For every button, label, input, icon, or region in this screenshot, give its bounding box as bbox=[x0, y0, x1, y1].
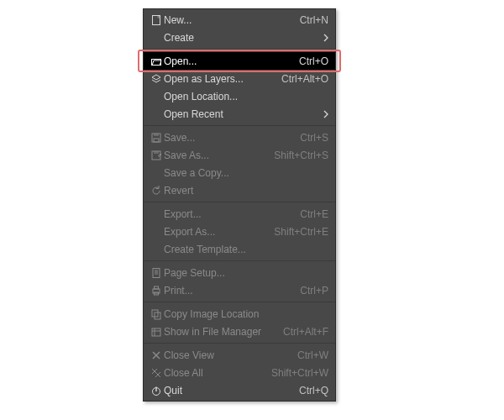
menu-item-revert: Revert bbox=[144, 181, 335, 199]
close-all-icon bbox=[149, 366, 164, 380]
menu-item-close-all: Close AllShift+Ctrl+W bbox=[144, 364, 335, 381]
menu-item-shortcut: Ctrl+N bbox=[300, 14, 328, 26]
blank-icon bbox=[149, 243, 164, 256]
menu-item-export-as: Export As...Shift+Ctrl+E bbox=[144, 223, 335, 240]
open-icon bbox=[149, 55, 164, 68]
close-icon bbox=[149, 349, 164, 362]
save-as-icon bbox=[149, 149, 164, 162]
svg-rect-8 bbox=[154, 151, 159, 154]
menu-item-label: Open... bbox=[164, 55, 292, 67]
menu-item-label: Close All bbox=[164, 367, 265, 379]
svg-rect-14 bbox=[155, 286, 159, 289]
menu-item-show-in-file-mgr: Show in File ManagerCtrl+Alt+F bbox=[144, 323, 335, 340]
menu-item-label: Revert bbox=[164, 185, 328, 197]
menu-item-label: Save As... bbox=[164, 150, 267, 161]
menu-item-open-location[interactable]: Open Location... bbox=[144, 87, 335, 105]
menu-item-label: Export As... bbox=[164, 226, 267, 238]
menu-item-shortcut: Ctrl+Alt+F bbox=[283, 326, 328, 338]
menu-item-close-view: Close ViewCtrl+W bbox=[144, 346, 335, 364]
menu-separator bbox=[144, 202, 335, 202]
menu-item-shortcut: Ctrl+S bbox=[300, 132, 328, 144]
menu-item-shortcut: Shift+Ctrl+E bbox=[274, 226, 328, 238]
chevron-right-icon bbox=[320, 34, 328, 42]
menu-item-shortcut: Ctrl+W bbox=[297, 349, 328, 361]
menu-separator bbox=[144, 302, 335, 302]
menu-item-quit[interactable]: QuitCtrl+Q bbox=[144, 381, 335, 399]
menu-separator bbox=[144, 49, 335, 50]
save-icon bbox=[149, 131, 164, 144]
open-layers-icon bbox=[149, 72, 164, 86]
svg-rect-18 bbox=[152, 328, 160, 336]
menu-item-shortcut: Ctrl+Q bbox=[299, 385, 328, 396]
revert-icon bbox=[149, 184, 164, 197]
print-icon bbox=[149, 284, 164, 297]
menu-item-label: Copy Image Location bbox=[164, 308, 328, 320]
menu-item-shortcut: Ctrl+E bbox=[300, 208, 328, 220]
chevron-right-icon bbox=[320, 110, 328, 118]
blank-icon bbox=[149, 90, 164, 103]
menu-item-label: Show in File Manager bbox=[164, 326, 276, 338]
menu-item-shortcut: Ctrl+Alt+O bbox=[281, 73, 328, 85]
menu-item-create[interactable]: Create bbox=[144, 29, 335, 46]
menu-item-save-copy: Save a Copy... bbox=[144, 164, 335, 181]
menu-item-label: New... bbox=[164, 14, 293, 26]
menu-item-label: Print... bbox=[164, 285, 293, 297]
file-menu: New...Ctrl+NCreateOpen...Ctrl+OOpen as L… bbox=[143, 8, 336, 402]
menu-item-open-recent[interactable]: Open Recent bbox=[144, 105, 335, 123]
menu-separator bbox=[144, 125, 335, 126]
menu-item-copy-image-location: Copy Image Location bbox=[144, 305, 335, 323]
menu-item-open-layers[interactable]: Open as Layers...Ctrl+Alt+O bbox=[144, 70, 335, 87]
menu-separator bbox=[144, 260, 335, 261]
quit-icon bbox=[149, 384, 164, 397]
menu-item-shortcut: Ctrl+O bbox=[299, 55, 328, 67]
svg-marker-3 bbox=[152, 75, 160, 80]
menu-item-label: Open Location... bbox=[164, 91, 328, 102]
page-setup-icon bbox=[149, 266, 164, 280]
copy-icon bbox=[149, 307, 164, 321]
menu-item-label: Export... bbox=[164, 208, 293, 220]
menu-item-page-setup: Page Setup... bbox=[144, 264, 335, 281]
menu-item-save-as: Save As...Shift+Ctrl+S bbox=[144, 146, 335, 164]
menu-item-label: Create Template... bbox=[164, 244, 328, 255]
menu-item-label: Quit bbox=[164, 385, 292, 396]
menu-item-label: Open as Layers... bbox=[164, 73, 275, 85]
menu-separator bbox=[144, 343, 335, 344]
menu-item-export: Export...Ctrl+E bbox=[144, 205, 335, 223]
blank-icon bbox=[149, 225, 164, 239]
blank-icon bbox=[149, 166, 164, 180]
menu-item-label: Close View bbox=[164, 349, 291, 361]
new-icon bbox=[149, 13, 164, 27]
svg-rect-9 bbox=[153, 268, 160, 277]
menu-item-create-template: Create Template... bbox=[144, 240, 335, 258]
file-manager-icon bbox=[149, 325, 164, 339]
menu-item-shortcut: Ctrl+P bbox=[300, 285, 328, 297]
menu-item-open[interactable]: Open...Ctrl+O bbox=[144, 52, 335, 70]
menu-item-label: Open Recent bbox=[164, 108, 313, 120]
svg-rect-5 bbox=[154, 134, 159, 136]
menu-item-save: Save...Ctrl+S bbox=[144, 129, 335, 146]
menu-item-print: Print...Ctrl+P bbox=[144, 281, 335, 299]
blank-icon bbox=[149, 108, 164, 121]
svg-rect-6 bbox=[154, 139, 159, 142]
blank-icon bbox=[149, 207, 164, 221]
blank-icon bbox=[149, 31, 164, 45]
menu-item-label: Save... bbox=[164, 132, 293, 144]
menu-item-shortcut: Shift+Ctrl+S bbox=[274, 150, 328, 161]
menu-item-label: Save a Copy... bbox=[164, 167, 328, 179]
menu-item-shortcut: Shift+Ctrl+W bbox=[271, 367, 328, 379]
menu-item-new[interactable]: New...Ctrl+N bbox=[144, 11, 335, 29]
svg-rect-1 bbox=[158, 15, 160, 18]
menu-item-label: Page Setup... bbox=[164, 267, 328, 279]
menu-item-label: Create bbox=[164, 32, 313, 44]
